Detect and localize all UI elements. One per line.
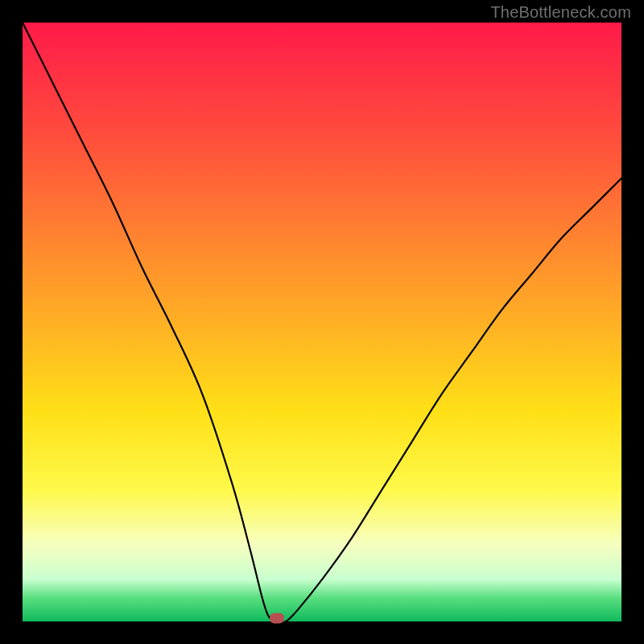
chart-frame: TheBottleneck.com [0, 0, 644, 644]
bottleneck-curve [23, 23, 621, 621]
plot-area [23, 23, 621, 621]
watermark-text: TheBottleneck.com [490, 3, 631, 22]
optimum-marker [270, 613, 284, 624]
